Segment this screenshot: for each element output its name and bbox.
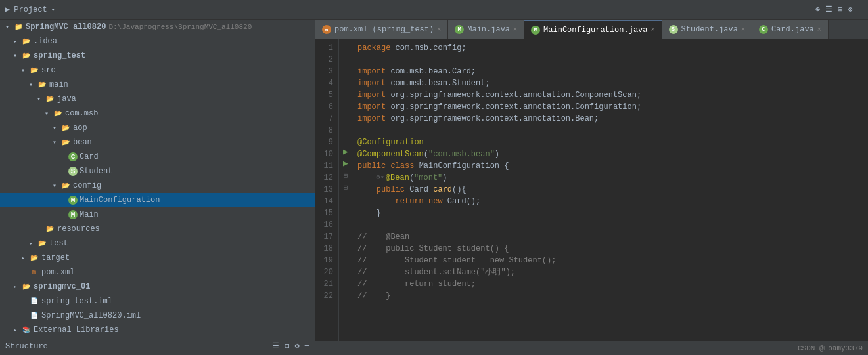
tree-item-aop[interactable]: 📂 aop xyxy=(0,121,315,135)
code-editor[interactable]: 1 2 3 4 5 6 7 8 9 10 11 12 13 14 15 16 1… xyxy=(315,39,868,341)
gutter-14 xyxy=(339,193,352,205)
gutter-4 xyxy=(339,75,352,87)
fold-icon-13[interactable]: ⊟ xyxy=(344,183,348,192)
arrow-config xyxy=(53,182,60,190)
tree-item-test[interactable]: 📂 test xyxy=(0,236,315,251)
folder-aop-icon: 📂 xyxy=(60,123,71,133)
folder-com-msb-icon: 📂 xyxy=(53,108,63,119)
tree-item-external-libs[interactable]: 📚 External Libraries xyxy=(0,323,315,337)
tree-label-aop: aop xyxy=(73,123,87,133)
tree-item-bean[interactable]: 📂 bean xyxy=(0,135,315,150)
tree-item-main-folder[interactable]: 📂 main xyxy=(0,77,315,92)
fold-icon-12[interactable]: ⊟ xyxy=(344,171,348,180)
folder-java-icon: 📂 xyxy=(45,94,55,104)
gutter-17 xyxy=(339,228,352,240)
collapse-icon[interactable]: ⊟ xyxy=(838,5,842,14)
java-class-student-icon: S xyxy=(68,167,78,176)
tab-icon-student: S xyxy=(669,25,678,34)
globe-icon[interactable]: ⊕ xyxy=(815,5,820,14)
tab-main-java[interactable]: M Main.java × xyxy=(448,20,524,39)
tree-label-card: Card xyxy=(80,152,99,161)
folder-config-icon: 📂 xyxy=(60,180,71,191)
tab-student-java[interactable]: S Student.java × xyxy=(662,20,752,39)
tree-label-pom: pom.xml xyxy=(41,268,74,277)
bottom-list-icon[interactable]: ☰ xyxy=(272,341,279,351)
code-line-21: // return student; xyxy=(357,278,868,290)
code-line-22: // } xyxy=(357,290,868,302)
tree-label-com-msb: com.msb xyxy=(65,109,98,118)
sidebar-tree[interactable]: 📁 SpringMVC_all0820 D:\Javaprogress\Spri… xyxy=(0,20,315,337)
folder-test-icon: 📂 xyxy=(37,238,47,249)
tree-item-spring-test-iml[interactable]: 📄 spring_test.iml xyxy=(0,294,315,308)
tab-pom-xml[interactable]: m pom.xml (spring_test) × xyxy=(315,20,448,39)
code-line-2 xyxy=(357,54,868,66)
tree-item-idea[interactable]: 📂 .idea xyxy=(0,34,315,49)
code-line-16 xyxy=(357,219,868,231)
arrow-aop xyxy=(53,124,60,132)
tree-label-main-class: Main xyxy=(80,210,99,219)
tree-item-com-msb[interactable]: 📂 com.msb xyxy=(0,106,315,121)
code-line-6: import org.springframework.context.annot… xyxy=(357,101,868,113)
tab-card-java[interactable]: C Card.java × xyxy=(752,20,829,39)
tree-item-springmvc-iml[interactable]: 📄 SpringMVC_all0820.iml xyxy=(0,308,315,323)
run-icon-11[interactable]: ▶ xyxy=(343,158,348,169)
arrow-com-msb xyxy=(45,110,53,117)
gutter-11[interactable]: ▶ xyxy=(339,157,352,169)
top-bar-title: Project xyxy=(14,5,47,14)
tree-item-spring-test[interactable]: 📂 spring_test xyxy=(0,49,315,63)
top-bar-dropdown-icon[interactable]: ▾ xyxy=(51,6,55,14)
gutter-19 xyxy=(339,252,352,264)
tab-close-card[interactable]: × xyxy=(817,26,821,33)
tab-close-student[interactable]: × xyxy=(741,26,745,33)
arrow-springmvc-01 xyxy=(13,283,21,291)
settings-icon[interactable]: ⚙ xyxy=(848,5,853,14)
minimize-icon[interactable]: — xyxy=(858,5,863,14)
bottom-minimize-icon[interactable]: — xyxy=(305,341,309,351)
gutter-10[interactable]: ▶ xyxy=(339,146,352,157)
gutter-12[interactable]: ⊟ xyxy=(339,169,352,181)
tab-close-main[interactable]: × xyxy=(513,26,517,33)
external-libs-icon: 📚 xyxy=(21,325,32,335)
arrow-springmvc-all xyxy=(5,23,13,31)
tab-icon-mainconfiguration: M xyxy=(531,26,540,35)
run-icon-10[interactable]: ▶ xyxy=(343,146,348,157)
tree-label-test: test xyxy=(49,239,68,248)
tree-item-student[interactable]: S Student xyxy=(0,164,315,178)
iml-icon: 📄 xyxy=(29,296,39,306)
tree-item-java-folder[interactable]: 📂 java xyxy=(0,92,315,106)
tree-item-main-class[interactable]: M Main xyxy=(0,207,315,222)
gutter-9 xyxy=(339,134,352,146)
tree-item-springmvc-all[interactable]: 📁 SpringMVC_all0820 D:\Javaprogress\Spri… xyxy=(0,20,315,34)
tree-item-card[interactable]: C Card xyxy=(0,150,315,164)
status-bar: CSDN @Foamy3379 xyxy=(315,341,868,355)
tab-mainconfiguration-java[interactable]: M MainConfiguration.java × xyxy=(524,20,662,39)
code-line-20: // student.setName("小明"); xyxy=(357,266,868,278)
bottom-settings-icon[interactable]: ⚙ xyxy=(295,341,300,351)
tab-close-pom[interactable]: × xyxy=(437,26,441,33)
tree-item-src[interactable]: 📂 src xyxy=(0,63,315,77)
tree-label-external-libs: External Libraries xyxy=(34,325,119,335)
tree-label-main: main xyxy=(49,80,68,89)
status-right: CSDN @Foamy3379 xyxy=(798,345,863,352)
tree-item-target[interactable]: 📂 target xyxy=(0,251,315,265)
code-content[interactable]: package com.msb.config; import com.msb.b… xyxy=(352,39,868,341)
bottom-collapse-icon[interactable]: ⊟ xyxy=(285,341,289,351)
gutter-13[interactable]: ⊟ xyxy=(339,181,352,193)
tree-item-springmvc-01[interactable]: 📂 springmvc_01 xyxy=(0,280,315,294)
arrow-bean xyxy=(53,138,60,146)
tree-item-resources[interactable]: 📂 resources xyxy=(0,222,315,236)
arrow-java xyxy=(37,95,45,103)
tree-label-src: src xyxy=(41,66,56,75)
tree-item-pom-xml[interactable]: m pom.xml xyxy=(0,265,315,280)
tree-item-config[interactable]: 📂 config xyxy=(0,178,315,193)
tab-close-mainconfiguration[interactable]: × xyxy=(651,26,655,33)
code-line-5: import org.springframework.context.annot… xyxy=(357,89,868,101)
tab-icon-card: C xyxy=(759,25,768,34)
gutter-7 xyxy=(339,110,352,122)
gutter-18 xyxy=(339,240,352,252)
code-line-14: return new Card(); xyxy=(357,196,868,207)
gutter-20 xyxy=(339,264,352,276)
folder-main-icon: 📂 xyxy=(37,79,47,90)
list-icon[interactable]: ☰ xyxy=(825,5,833,14)
tree-item-mainconfiguration[interactable]: M MainConfiguration xyxy=(0,193,315,207)
